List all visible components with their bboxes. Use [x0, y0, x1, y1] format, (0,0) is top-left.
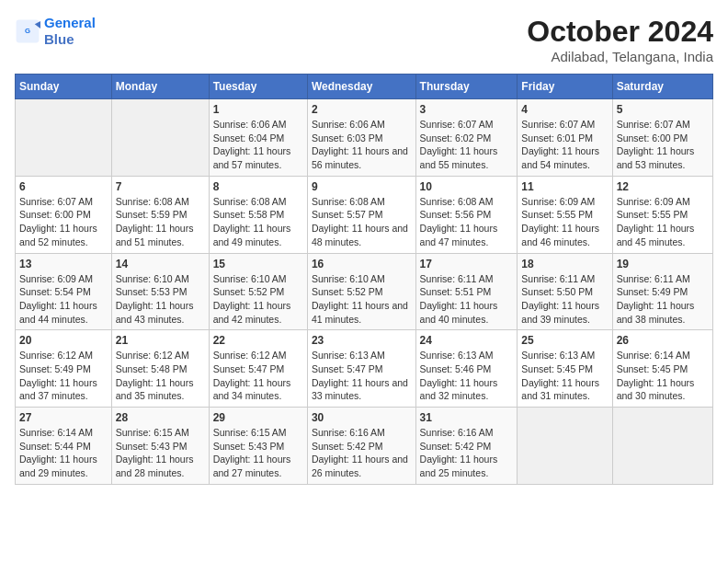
- day-info: Sunrise: 6:06 AMSunset: 6:03 PMDaylight:…: [312, 118, 412, 172]
- day-cell: [111, 99, 209, 177]
- day-info: Sunrise: 6:11 AMSunset: 5:50 PMDaylight:…: [521, 272, 608, 327]
- day-number: 22: [213, 334, 303, 347]
- day-number: 23: [312, 334, 412, 347]
- day-cell: 2Sunrise: 6:06 AMSunset: 6:03 PMDaylight…: [307, 99, 415, 177]
- day-cell: [518, 408, 612, 485]
- day-info: Sunrise: 6:09 AMSunset: 5:55 PMDaylight:…: [617, 195, 709, 249]
- day-info: Sunrise: 6:07 AMSunset: 6:01 PMDaylight:…: [521, 118, 608, 172]
- calendar-table: SundayMondayTuesdayWednesdayThursdayFrid…: [15, 74, 713, 485]
- title-area: October 2024 Adilabad, Telangana, India: [527, 15, 713, 64]
- day-info: Sunrise: 6:15 AMSunset: 5:43 PMDaylight:…: [116, 426, 205, 480]
- day-number: 28: [116, 411, 205, 424]
- day-cell: 5Sunrise: 6:07 AMSunset: 6:00 PMDaylight…: [612, 99, 712, 177]
- header-cell-wednesday: Wednesday: [307, 75, 415, 99]
- day-info: Sunrise: 6:12 AMSunset: 5:49 PMDaylight:…: [19, 349, 108, 403]
- day-cell: 21Sunrise: 6:12 AMSunset: 5:48 PMDayligh…: [111, 330, 209, 408]
- day-cell: 26Sunrise: 6:14 AMSunset: 5:45 PMDayligh…: [612, 330, 712, 408]
- day-cell: 27Sunrise: 6:14 AMSunset: 5:44 PMDayligh…: [16, 408, 112, 485]
- header-cell-saturday: Saturday: [612, 75, 712, 99]
- day-number: 24: [420, 334, 514, 347]
- day-cell: 19Sunrise: 6:11 AMSunset: 5:49 PMDayligh…: [612, 253, 712, 330]
- day-info: Sunrise: 6:10 AMSunset: 5:52 PMDaylight:…: [213, 272, 303, 327]
- day-number: 2: [312, 103, 412, 116]
- day-number: 9: [312, 180, 412, 193]
- day-info: Sunrise: 6:12 AMSunset: 5:48 PMDaylight:…: [116, 349, 205, 403]
- calendar-header: SundayMondayTuesdayWednesdayThursdayFrid…: [16, 75, 713, 99]
- day-number: 3: [420, 103, 514, 116]
- day-cell: 22Sunrise: 6:12 AMSunset: 5:47 PMDayligh…: [209, 330, 307, 408]
- day-info: Sunrise: 6:12 AMSunset: 5:47 PMDaylight:…: [213, 349, 303, 403]
- day-number: 26: [617, 334, 709, 347]
- header-cell-thursday: Thursday: [415, 75, 518, 99]
- day-cell: 23Sunrise: 6:13 AMSunset: 5:47 PMDayligh…: [307, 330, 415, 408]
- day-number: 29: [213, 411, 303, 424]
- day-cell: [612, 408, 712, 485]
- calendar-body: 1Sunrise: 6:06 AMSunset: 6:04 PMDaylight…: [16, 99, 713, 485]
- day-number: 27: [19, 411, 108, 424]
- subtitle: Adilabad, Telangana, India: [527, 49, 713, 64]
- day-cell: 14Sunrise: 6:10 AMSunset: 5:53 PMDayligh…: [111, 253, 209, 330]
- day-info: Sunrise: 6:13 AMSunset: 5:46 PMDaylight:…: [420, 349, 514, 403]
- day-number: 14: [116, 258, 205, 270]
- week-row-5: 27Sunrise: 6:14 AMSunset: 5:44 PMDayligh…: [16, 408, 713, 485]
- day-number: 30: [312, 411, 412, 424]
- day-cell: 1Sunrise: 6:06 AMSunset: 6:04 PMDaylight…: [209, 99, 307, 177]
- day-cell: 15Sunrise: 6:10 AMSunset: 5:52 PMDayligh…: [209, 253, 307, 330]
- day-info: Sunrise: 6:09 AMSunset: 5:54 PMDaylight:…: [19, 272, 108, 327]
- svg-text:G: G: [25, 27, 30, 35]
- day-info: Sunrise: 6:11 AMSunset: 5:49 PMDaylight:…: [617, 272, 709, 327]
- day-cell: 28Sunrise: 6:15 AMSunset: 5:43 PMDayligh…: [111, 408, 209, 485]
- week-row-2: 6Sunrise: 6:07 AMSunset: 6:00 PMDaylight…: [16, 176, 713, 253]
- day-number: 1: [213, 103, 303, 116]
- main-title: October 2024: [527, 15, 713, 49]
- day-cell: 9Sunrise: 6:08 AMSunset: 5:57 PMDaylight…: [307, 176, 415, 253]
- logo-line1: General: [44, 15, 96, 30]
- day-cell: 12Sunrise: 6:09 AMSunset: 5:55 PMDayligh…: [612, 176, 712, 253]
- day-info: Sunrise: 6:08 AMSunset: 5:57 PMDaylight:…: [312, 195, 412, 249]
- day-cell: 25Sunrise: 6:13 AMSunset: 5:45 PMDayligh…: [518, 330, 612, 408]
- day-info: Sunrise: 6:10 AMSunset: 5:52 PMDaylight:…: [312, 272, 412, 327]
- day-info: Sunrise: 6:14 AMSunset: 5:44 PMDaylight:…: [19, 426, 108, 480]
- day-number: 15: [213, 258, 303, 270]
- day-info: Sunrise: 6:11 AMSunset: 5:51 PMDaylight:…: [420, 272, 514, 327]
- day-cell: 20Sunrise: 6:12 AMSunset: 5:49 PMDayligh…: [16, 330, 112, 408]
- day-number: 13: [19, 258, 108, 270]
- day-number: 31: [420, 411, 514, 424]
- day-cell: 31Sunrise: 6:16 AMSunset: 5:42 PMDayligh…: [415, 408, 518, 485]
- logo: G General Blue: [15, 15, 96, 48]
- day-number: 16: [312, 258, 412, 270]
- day-info: Sunrise: 6:16 AMSunset: 5:42 PMDaylight:…: [420, 426, 514, 480]
- day-info: Sunrise: 6:07 AMSunset: 6:00 PMDaylight:…: [617, 118, 709, 172]
- logo-icon: G: [15, 18, 40, 44]
- header-cell-monday: Monday: [111, 75, 209, 99]
- logo-text: General Blue: [44, 15, 96, 48]
- day-cell: 11Sunrise: 6:09 AMSunset: 5:55 PMDayligh…: [518, 176, 612, 253]
- day-cell: 18Sunrise: 6:11 AMSunset: 5:50 PMDayligh…: [518, 253, 612, 330]
- day-number: 6: [19, 180, 108, 193]
- day-cell: [16, 99, 112, 177]
- logo-line2: Blue: [44, 31, 74, 47]
- day-info: Sunrise: 6:13 AMSunset: 5:45 PMDaylight:…: [521, 349, 608, 403]
- header-cell-tuesday: Tuesday: [209, 75, 307, 99]
- day-number: 12: [617, 180, 709, 193]
- day-number: 19: [617, 258, 709, 270]
- day-info: Sunrise: 6:15 AMSunset: 5:43 PMDaylight:…: [213, 426, 303, 480]
- day-number: 18: [521, 258, 608, 270]
- header: G General Blue October 2024 Adilabad, Te…: [15, 15, 713, 64]
- day-info: Sunrise: 6:16 AMSunset: 5:42 PMDaylight:…: [312, 426, 412, 480]
- day-number: 20: [19, 334, 108, 347]
- day-cell: 30Sunrise: 6:16 AMSunset: 5:42 PMDayligh…: [307, 408, 415, 485]
- day-number: 11: [521, 180, 608, 193]
- day-number: 25: [521, 334, 608, 347]
- header-row: SundayMondayTuesdayWednesdayThursdayFrid…: [16, 75, 713, 99]
- day-info: Sunrise: 6:10 AMSunset: 5:53 PMDaylight:…: [116, 272, 205, 327]
- day-cell: 8Sunrise: 6:08 AMSunset: 5:58 PMDaylight…: [209, 176, 307, 253]
- week-row-4: 20Sunrise: 6:12 AMSunset: 5:49 PMDayligh…: [16, 330, 713, 408]
- day-cell: 24Sunrise: 6:13 AMSunset: 5:46 PMDayligh…: [415, 330, 518, 408]
- day-info: Sunrise: 6:06 AMSunset: 6:04 PMDaylight:…: [213, 118, 303, 172]
- day-info: Sunrise: 6:08 AMSunset: 5:58 PMDaylight:…: [213, 195, 303, 249]
- week-row-3: 13Sunrise: 6:09 AMSunset: 5:54 PMDayligh…: [16, 253, 713, 330]
- day-info: Sunrise: 6:08 AMSunset: 5:59 PMDaylight:…: [116, 195, 205, 249]
- day-number: 17: [420, 258, 514, 270]
- day-info: Sunrise: 6:14 AMSunset: 5:45 PMDaylight:…: [617, 349, 709, 403]
